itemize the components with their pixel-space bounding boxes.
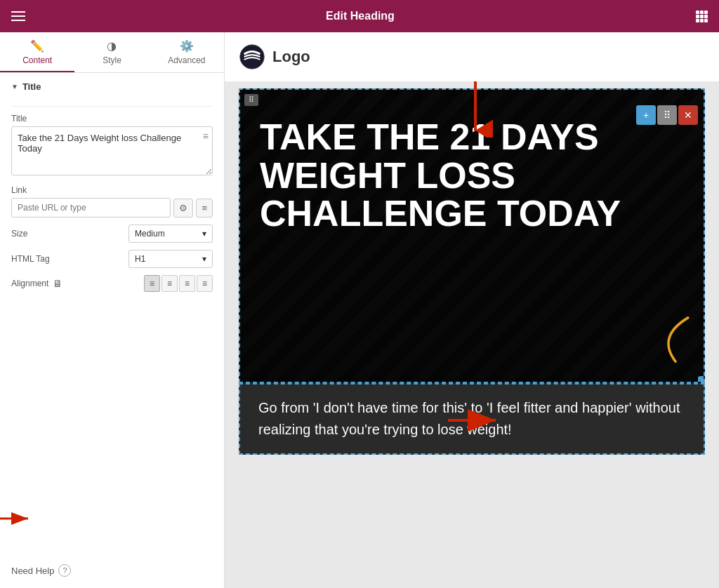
sidebar-content: ▼ Title Title Take the 21 Days Weight lo… (0, 73, 224, 553)
close-element-button[interactable]: ✕ (678, 105, 698, 125)
logo-icon (239, 44, 265, 70)
link-row: ⚙ ≡ (11, 198, 213, 218)
align-justify-button[interactable]: ≡ (197, 275, 213, 292)
move-element-button[interactable]: ⠿ (657, 105, 677, 125)
title-field-label: Title (11, 114, 213, 123)
heading-section: ⠿ TAKE THE 21 DAYS WEIGHT LOSS CHALLENGE… (239, 88, 705, 383)
header-title: Edit Heading (326, 10, 395, 22)
html-tag-select[interactable]: H1 ▾ (128, 250, 213, 268)
advanced-tab-icon: ⚙️ (180, 39, 194, 53)
canvas-annotation-arrow (448, 410, 504, 434)
menu-icon[interactable] (11, 11, 25, 21)
header: Edit Heading (0, 0, 719, 32)
tabs-bar: ✏️ Content ◑ Style ⚙️ Advanced (0, 32, 224, 73)
tab-advanced[interactable]: ⚙️ Advanced (150, 32, 224, 72)
monitor-icon: 🖥 (53, 278, 62, 289)
advanced-tab-label: Advanced (168, 55, 205, 65)
need-help-label: Need Help (11, 566, 54, 576)
main-heading: TAKE THE 21 DAYS WEIGHT LOSS CHALLENGE T… (260, 118, 684, 233)
alignment-row: Alignment 🖥 ≡ ≡ ≡ ≡ (11, 275, 213, 292)
align-right-button[interactable]: ≡ (179, 275, 195, 292)
section-title-text: Title (22, 81, 41, 92)
alignment-label: Alignment 🖥 (11, 278, 62, 289)
sidebar: ✏️ Content ◑ Style ⚙️ Advanced ▼ Title T… (0, 32, 225, 588)
html-tag-label: HTML Tag (11, 254, 60, 264)
size-chevron-icon: ▾ (202, 229, 206, 239)
element-handle-icon[interactable]: ⠿ (244, 94, 258, 106)
divider (11, 106, 213, 107)
edit-element-button[interactable]: ✎ (698, 376, 705, 383)
style-tab-icon: ◑ (107, 39, 117, 53)
html-tag-chevron-icon: ▾ (202, 254, 206, 264)
tab-style[interactable]: ◑ Style (74, 32, 149, 72)
tab-content[interactable]: ✏️ Content (0, 32, 74, 72)
content-tab-icon: ✏️ (30, 39, 44, 53)
style-tab-label: Style (103, 55, 121, 65)
svg-rect-3 (696, 15, 699, 18)
svg-rect-6 (696, 19, 699, 22)
svg-rect-2 (704, 11, 708, 14)
add-element-button[interactable]: + (636, 105, 656, 125)
content-tab-label: Content (22, 55, 52, 65)
title-textarea-wrapper: Take the 21 Days Weight loss Challenge T… (11, 126, 213, 178)
html-tag-value: H1 (135, 254, 145, 264)
svg-rect-5 (704, 15, 708, 18)
size-row: Size Medium ▾ (11, 225, 213, 243)
link-input[interactable] (11, 198, 171, 218)
help-icon: ? (58, 564, 71, 577)
size-label: Size (11, 229, 60, 239)
svg-rect-1 (700, 11, 704, 14)
textarea-icon: ≡ (203, 131, 209, 142)
svg-rect-7 (700, 19, 704, 22)
align-center-button[interactable]: ≡ (161, 275, 178, 292)
heading-section-inner: TAKE THE 21 DAYS WEIGHT LOSS CHALLENGE T… (260, 118, 684, 233)
html-tag-row: HTML Tag H1 ▾ (11, 250, 213, 268)
collapse-arrow-icon: ▼ (11, 83, 18, 91)
link-field-label: Link (11, 185, 213, 195)
size-value: Medium (135, 229, 165, 239)
section-title-title: ▼ Title (11, 81, 213, 96)
title-textarea[interactable]: Take the 21 Days Weight loss Challenge T… (11, 126, 213, 175)
align-left-button[interactable]: ≡ (144, 275, 160, 292)
svg-rect-8 (704, 19, 708, 22)
alignment-buttons: ≡ ≡ ≡ ≡ (144, 275, 213, 292)
svg-rect-4 (700, 15, 704, 18)
canvas-area: Logo + ⠿ ✕ ⠿ (225, 32, 719, 588)
link-settings-button[interactable]: ⚙ (173, 199, 193, 218)
logo-text: Logo (272, 48, 310, 66)
floating-toolbar: + ⠿ ✕ (636, 105, 698, 125)
canvas-topbar: Logo (225, 32, 719, 81)
alignment-label-text: Alignment (11, 279, 48, 288)
grid-icon[interactable] (695, 10, 708, 22)
svg-rect-0 (696, 11, 699, 14)
main-layout: ✏️ Content ◑ Style ⚙️ Advanced ▼ Title T… (0, 32, 719, 588)
size-select[interactable]: Medium ▾ (128, 225, 213, 243)
link-type-button[interactable]: ≡ (196, 199, 213, 218)
need-help-section[interactable]: Need Help ? (0, 553, 224, 588)
